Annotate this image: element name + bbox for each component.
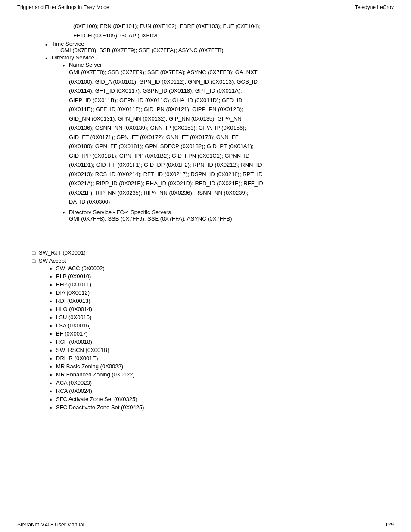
time-service-item: Time Service GMI (0X7FF8); SSB (0X7FF9);… bbox=[43, 40, 394, 53]
sw-sub-item: DIA (0X0012) bbox=[47, 289, 144, 297]
sw-sub-item-label: DRLIR (0X001E) bbox=[56, 355, 98, 361]
sw-sub-item: SFC Deactivate Zone Set (0X0425) bbox=[47, 404, 144, 411]
hex-line-2: FETCH (0XE105); GCAP (0XE020 bbox=[73, 31, 394, 40]
sw-sub-item: RDI (0X0013) bbox=[47, 298, 144, 305]
header-left: Trigger and Filter Settings in Easy Mode bbox=[17, 4, 109, 10]
ns-hex-7: (0X0136); GSNN_NN (0X0139); GNN_IP (0X01… bbox=[69, 124, 263, 132]
sw-sub-item: RCA (0X0024) bbox=[47, 388, 144, 395]
dir-service-fc4-content: Directory Service - FC-4 Specific Server… bbox=[69, 209, 232, 222]
page-footer: SierraNet M408 User Manual 129 bbox=[0, 519, 411, 532]
sw-items-list: SW_ACC (0X0002)ELP (0X0010)EFP (0X1011)D… bbox=[39, 265, 144, 411]
ns-hex-11: (0X01D1); GID_FF (0X01F1); GID_DP (0X01F… bbox=[69, 161, 263, 169]
directory-service-label: Directory Service - bbox=[52, 54, 263, 61]
sw-sub-item-label: SW_ACC (0X0002) bbox=[56, 265, 105, 271]
ns-hex-4: GIPP_ID (0X011B); GFPN_ID (0X011C); GHA_… bbox=[69, 96, 263, 105]
sw-sub-item: HLO (0X0014) bbox=[47, 306, 144, 313]
footer-right: 129 bbox=[385, 522, 394, 528]
bullet-open-icon-1 bbox=[30, 250, 37, 257]
footer-left: SierraNet M408 User Manual bbox=[17, 522, 84, 528]
sw-sub-item-label: SW_RSCN (0X001B) bbox=[56, 347, 109, 353]
bullet-square-icon-sw bbox=[47, 282, 54, 289]
dir-service-fc4-label: Directory Service - FC-4 Specific Server… bbox=[69, 209, 232, 215]
sw-sub-item: EFP (0X1011) bbox=[47, 281, 144, 289]
bullet-square-icon-sw bbox=[47, 274, 54, 280]
bullet-open-icon-2 bbox=[30, 258, 37, 265]
sw-accept-label: SW Accept bbox=[39, 258, 144, 264]
page-header: Trigger and Filter Settings in Easy Mode… bbox=[0, 0, 411, 13]
dir-service-fc4-item: Directory Service - FC-4 Specific Server… bbox=[60, 209, 263, 222]
sw-sub-item-label: MR Basic Zoning (0X0022) bbox=[56, 363, 123, 370]
page: Trigger and Filter Settings in Easy Mode… bbox=[0, 0, 411, 532]
sw-sub-item-label: SFC Activate Zone Set (0X0325) bbox=[56, 396, 137, 402]
sw-sub-item: MR Basic Zoning (0X0022) bbox=[47, 363, 144, 370]
bullet-circle-icon-2 bbox=[60, 209, 67, 216]
bullet-square-icon-sw bbox=[47, 347, 54, 354]
sw-sub-item: SW_ACC (0X0002) bbox=[47, 265, 144, 272]
header-right: Teledyne LeCroy bbox=[355, 4, 394, 10]
time-service-hex: GMI (0X7FF8); SSB (0X7FF9); SSE (0X7FFA)… bbox=[60, 47, 224, 53]
dir-service-fc4-hex: GMI (0X7FF8); SSB (0X7FF9); SSE (0X7FFA)… bbox=[69, 215, 232, 222]
bullet-square-icon-sw bbox=[47, 323, 54, 330]
sw-sub-item-label: LSA (0X0016) bbox=[56, 322, 91, 329]
sw-sub-item-label: MR Enhanced Zoning (0X0122) bbox=[56, 371, 135, 378]
ns-hex-8: GID_FT (0X0171); GPN_FT (0X0172); GNN_FT… bbox=[69, 133, 263, 142]
sw-sub-item: RCF (0X0018) bbox=[47, 339, 144, 346]
ns-hex-1: GMI (0X7FF8); SSB (0X7FF9); SSE (0X7FFA)… bbox=[69, 68, 263, 77]
bullet-square-icon-sw bbox=[47, 314, 54, 321]
ns-hex-12: (0X0213); RCS_ID (0X0214); RFT_ID (0X021… bbox=[69, 170, 263, 179]
sw-sub-item: SFC Activate Zone Set (0X0325) bbox=[47, 396, 144, 403]
bullet-circle-icon bbox=[60, 62, 67, 69]
sw-sub-item-label: LSU (0X0015) bbox=[56, 314, 91, 320]
bullet-square-icon-sw bbox=[47, 265, 54, 272]
bullet-square-icon-sw bbox=[47, 298, 54, 305]
bullet-square-icon-sw bbox=[47, 364, 54, 370]
bullet-square-icon-sw bbox=[47, 306, 54, 313]
ns-hex-13: (0X021A); RIPP_ID (0X021B); RHA_ID (0X02… bbox=[69, 179, 263, 188]
name-server-hex-block: GMI (0X7FF8); SSB (0X7FF9); SSE (0X7FFA)… bbox=[69, 68, 263, 206]
sw-sub-item-label: BF (0X0017) bbox=[56, 330, 88, 337]
bullet-square-icon-sw bbox=[47, 404, 54, 411]
sw-sub-item-label: ACA (0X0023) bbox=[56, 380, 92, 386]
name-server-item: Name Server GMI (0X7FF8); SSB (0X7FF9); … bbox=[60, 62, 263, 207]
bullet-square-icon-sw bbox=[47, 388, 54, 395]
bullet-square-icon-sw bbox=[47, 372, 54, 379]
bullet-square-icon-sw bbox=[47, 331, 54, 338]
sw-rjt-label: SW_RJT (0X0001) bbox=[39, 249, 86, 256]
ns-hex-5: (0X011E); GFF_ID (0X011F); GID_PN (0X012… bbox=[69, 105, 263, 114]
directory-service-item: Directory Service - Name Server GMI (0X7… bbox=[43, 54, 394, 223]
sw-sub-item: MR Enhanced Zoning (0X0122) bbox=[47, 371, 144, 379]
ns-hex-2: (0X0100); GID_A (0X0101); GPN_ID (0X0112… bbox=[69, 78, 263, 86]
directory-service-content: Directory Service - Name Server GMI (0X7… bbox=[52, 54, 263, 223]
name-server-label: Name Server bbox=[69, 62, 263, 68]
sw-rjt-item: SW_RJT (0X0001) bbox=[30, 249, 394, 257]
ns-hex-14: (0X021F); RIP_NN (0X0235); RIPA_NN (0X02… bbox=[69, 189, 263, 197]
sw-sub-item: DRLIR (0X001E) bbox=[47, 355, 144, 362]
time-service-label: Time Service GMI (0X7FF8); SSB (0X7FF9);… bbox=[52, 40, 224, 53]
sw-sub-item-label: ELP (0X0010) bbox=[56, 273, 91, 280]
bullet-square-icon-sw bbox=[47, 339, 54, 346]
sw-sub-item: LSU (0X0015) bbox=[47, 314, 144, 321]
ns-hex-3: (0X0114); GFT_ID (0X0117); GSPN_ID (0X01… bbox=[69, 87, 263, 95]
bullet-square-icon-sw bbox=[47, 290, 54, 297]
sw-sub-item: LSA (0X0016) bbox=[47, 322, 144, 330]
hex-line-1: (0XE100); FRN (0XE101); FUN (0XE102); FD… bbox=[73, 22, 394, 31]
ns-hex-9: (0X0180); GPN_FF (0X0181); GPN_SDFCP (0X… bbox=[69, 142, 263, 151]
bullet-square-icon-sw bbox=[47, 380, 54, 387]
sw-sub-item-label: EFP (0X1011) bbox=[56, 281, 91, 288]
hex-continuation: (0XE100); FRN (0XE101); FUN (0XE102); FD… bbox=[73, 22, 394, 40]
sw-sub-item-label: RCF (0X0018) bbox=[56, 339, 92, 345]
sw-sub-item: ACA (0X0023) bbox=[47, 380, 144, 387]
name-server-content: Name Server GMI (0X7FF8); SSB (0X7FF9); … bbox=[69, 62, 263, 207]
ns-hex-6: GID_NN (0X0131); GPN_NN (0X0132); GIP_NN… bbox=[69, 115, 263, 123]
sw-sub-item: SW_RSCN (0X001B) bbox=[47, 347, 144, 354]
bullet-square-icon bbox=[43, 41, 50, 48]
ns-hex-10: GID_IPP (0X01B1); GPN_IPP (0X01B2); GID_… bbox=[69, 152, 263, 160]
page-content: (0XE100); FRN (0XE101); FUN (0XE102); FD… bbox=[0, 13, 411, 439]
ns-hex-15: DA_ID (0X0300) bbox=[69, 198, 263, 206]
bullet-square-icon-sw bbox=[47, 355, 54, 362]
sw-accept-item: SW Accept SW_ACC (0X0002)ELP (0X0010)EFP… bbox=[30, 258, 394, 412]
sw-sub-item-label: HLO (0X0014) bbox=[56, 306, 92, 312]
sw-sub-item: ELP (0X0010) bbox=[47, 273, 144, 280]
sw-sub-item-label: SFC Deactivate Zone Set (0X0425) bbox=[56, 404, 144, 411]
large-gap bbox=[17, 224, 394, 249]
